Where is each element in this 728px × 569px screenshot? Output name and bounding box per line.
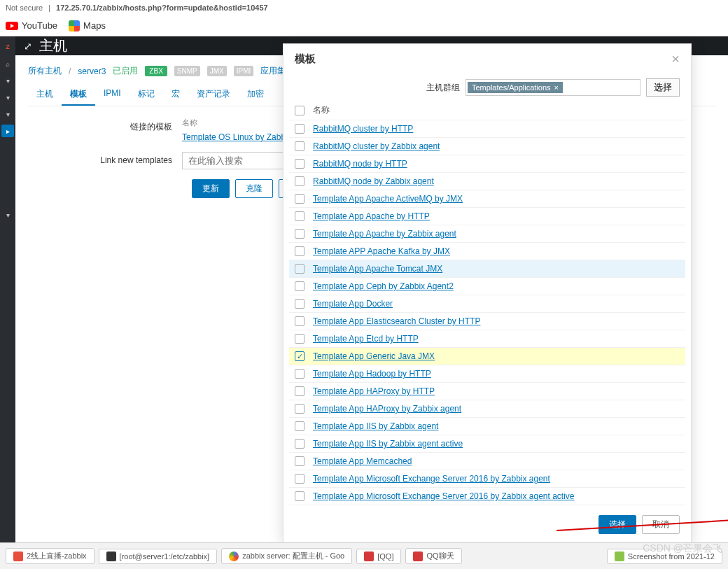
tab-templates[interactable]: 模板 xyxy=(62,84,95,106)
list-row[interactable]: Template App Apache Tomcat JMX xyxy=(289,260,685,278)
list-row[interactable]: Template App Memcached xyxy=(289,453,685,470)
template-name[interactable]: Template App Etcd by HTTP xyxy=(313,334,419,344)
rail-zabbix-icon[interactable]: Z xyxy=(1,41,14,53)
modal-cancel-button[interactable]: 取消 xyxy=(642,515,680,534)
task-item[interactable]: 2线上直播-zabbix xyxy=(6,548,94,564)
row-checkbox[interactable] xyxy=(295,316,304,326)
row-checkbox[interactable] xyxy=(295,176,304,186)
linked-template-item[interactable]: Template OS Linux by Zabbix xyxy=(182,132,292,142)
task-item[interactable]: Screenshot from 2021-12 xyxy=(607,549,722,564)
row-checkbox[interactable] xyxy=(295,159,304,169)
template-name[interactable]: RabbitMQ cluster by HTTP xyxy=(313,124,413,134)
template-name[interactable]: RabbitMQ cluster by Zabbix agent xyxy=(313,141,440,151)
group-select-button[interactable]: 选择 xyxy=(646,78,680,97)
row-checkbox[interactable] xyxy=(295,404,304,414)
rail-item[interactable]: ▾ xyxy=(1,209,14,221)
tab-encryption[interactable]: 加密 xyxy=(239,84,272,106)
tab-inventory[interactable]: 资产记录 xyxy=(188,84,239,106)
list-row[interactable]: Template App IIS by Zabbix agent active xyxy=(289,435,685,453)
rail-item[interactable] xyxy=(1,141,14,154)
template-name[interactable]: Template App Microsoft Exchange Server 2… xyxy=(313,474,550,484)
tag-remove-icon[interactable]: × xyxy=(554,83,559,92)
list-row[interactable]: Template App Apache by HTTP xyxy=(289,208,685,225)
list-row[interactable]: Template App HAProxy by Zabbix agent xyxy=(289,400,685,418)
row-checkbox[interactable] xyxy=(295,194,304,204)
template-name[interactable]: Template App Elasticsearch Cluster by HT… xyxy=(313,316,480,326)
breadcrumb-all-hosts[interactable]: 所有主机 xyxy=(28,65,62,77)
template-name[interactable]: Template App Ceph by Zabbix Agent2 xyxy=(313,281,454,291)
template-name[interactable]: Template App Docker xyxy=(313,299,393,309)
template-name[interactable]: Template App Apache by Zabbix agent xyxy=(313,229,456,239)
breadcrumb-host[interactable]: server3 xyxy=(78,66,106,76)
list-row[interactable]: Template APP Apache Kafka by JMX xyxy=(289,243,685,260)
bookmark-maps[interactable]: Maps xyxy=(69,20,106,31)
list-row[interactable]: Template App Microsoft Exchange Server 2… xyxy=(289,488,685,505)
select-all-checkbox[interactable] xyxy=(295,106,304,115)
task-item[interactable]: zabbix server: 配置主机 - Goo xyxy=(221,548,352,564)
list-row[interactable]: Template App Etcd by HTTP xyxy=(289,330,685,348)
row-checkbox[interactable] xyxy=(295,299,304,309)
row-checkbox[interactable] xyxy=(295,281,304,291)
rail-item[interactable] xyxy=(1,158,14,171)
template-list[interactable]: 名称 RabbitMQ cluster by HTTPRabbitMQ clus… xyxy=(284,101,691,507)
template-name[interactable]: Template App Generic Java JMX xyxy=(313,351,435,361)
row-checkbox[interactable] xyxy=(295,491,304,501)
list-row[interactable]: Template App Ceph by Zabbix Agent2 xyxy=(289,278,685,295)
update-button[interactable]: 更新 xyxy=(192,179,230,198)
template-name[interactable]: Template App HAProxy by HTTP xyxy=(313,386,435,396)
apps-link[interactable]: 应用集 xyxy=(260,66,286,76)
list-row[interactable]: RabbitMQ node by Zabbix agent xyxy=(289,173,685,190)
row-checkbox[interactable] xyxy=(295,439,304,449)
rail-config-icon[interactable]: ▸ xyxy=(1,125,14,137)
rail-search-icon[interactable]: ⌕ xyxy=(1,57,14,70)
modal-select-button[interactable]: 选择 xyxy=(598,515,636,534)
list-row[interactable]: Template App Hadoop by HTTP xyxy=(289,365,685,383)
template-name[interactable]: Template App Hadoop by HTTP xyxy=(313,369,431,379)
tab-tags[interactable]: 标记 xyxy=(130,84,163,106)
row-checkbox[interactable] xyxy=(295,229,304,239)
close-icon[interactable]: × xyxy=(671,51,680,67)
list-row[interactable]: Template App IIS by Zabbix agent xyxy=(289,418,685,435)
list-row[interactable]: Template App Docker xyxy=(289,295,685,313)
template-name[interactable]: Template App Microsoft Exchange Server 2… xyxy=(313,491,575,501)
list-row[interactable]: RabbitMQ cluster by Zabbix agent xyxy=(289,138,685,155)
row-checkbox[interactable] xyxy=(295,211,304,221)
template-name[interactable]: Template App IIS by Zabbix agent xyxy=(313,421,438,431)
row-checkbox[interactable] xyxy=(295,369,304,379)
rail-item[interactable]: ▾ xyxy=(1,74,14,87)
rail-item[interactable] xyxy=(1,192,14,204)
rail-item[interactable]: ▾ xyxy=(1,91,14,104)
group-tag-input[interactable]: Templates/Applications× xyxy=(465,79,640,96)
list-row[interactable]: Template App HAProxy by HTTP xyxy=(289,383,685,400)
template-name[interactable]: Template App IIS by Zabbix agent active xyxy=(313,439,463,449)
list-row[interactable]: Template App Generic Java JMX xyxy=(289,348,685,365)
bookmark-youtube[interactable]: YouTube xyxy=(6,20,57,31)
template-name[interactable]: Template App Apache Tomcat JMX xyxy=(313,264,442,274)
clone-button[interactable]: 克隆 xyxy=(235,179,273,198)
row-checkbox[interactable] xyxy=(295,386,304,396)
list-row[interactable]: Template App Apache by Zabbix agent xyxy=(289,225,685,243)
row-checkbox[interactable] xyxy=(295,421,304,431)
row-checkbox[interactable] xyxy=(295,351,304,361)
template-name[interactable]: RabbitMQ node by HTTP xyxy=(313,159,407,169)
template-name[interactable]: Template App Apache by HTTP xyxy=(313,211,430,221)
expand-icon[interactable]: ⤢ xyxy=(24,41,32,52)
row-checkbox[interactable] xyxy=(295,264,304,274)
task-item[interactable]: [root@server1:/etc/zabbix] xyxy=(99,549,218,564)
rail-item[interactable] xyxy=(1,175,14,188)
row-checkbox[interactable] xyxy=(295,456,304,466)
tab-host[interactable]: 主机 xyxy=(28,84,62,106)
template-name[interactable]: Template App Memcached xyxy=(313,456,412,466)
template-name[interactable]: RabbitMQ node by Zabbix agent xyxy=(313,176,434,186)
list-row[interactable]: Template App Elasticsearch Cluster by HT… xyxy=(289,313,685,330)
tab-ipmi[interactable]: IPMI xyxy=(95,84,130,106)
rail-item[interactable]: ▾ xyxy=(1,108,14,120)
list-row[interactable]: RabbitMQ cluster by HTTP xyxy=(289,120,685,138)
tab-macros[interactable]: 宏 xyxy=(163,84,188,106)
row-checkbox[interactable] xyxy=(295,124,304,134)
template-name[interactable]: Template App Apache ActiveMQ by JMX xyxy=(313,194,463,204)
row-checkbox[interactable] xyxy=(295,334,304,344)
row-checkbox[interactable] xyxy=(295,474,304,484)
row-checkbox[interactable] xyxy=(295,246,304,256)
template-name[interactable]: Template APP Apache Kafka by JMX xyxy=(313,246,450,256)
